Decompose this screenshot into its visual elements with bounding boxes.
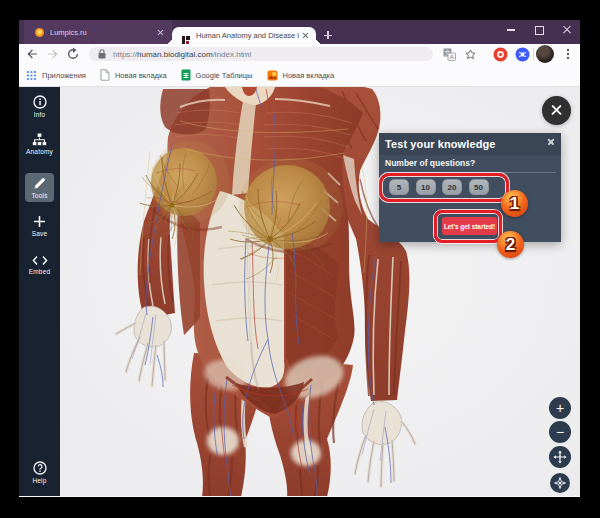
tab-title: Human Anatomy and Disease in [196, 31, 299, 40]
profile-avatar[interactable] [536, 45, 554, 63]
sidebar-item-label: Help [32, 477, 46, 484]
sidebar-item-anatomy[interactable]: Anatomy [19, 133, 60, 155]
zoom-in-button[interactable]: + [549, 397, 571, 419]
anatomy-viewport[interactable]: Test your knowledge Number of questions?… [60, 87, 580, 496]
pan-button[interactable] [549, 446, 571, 468]
anatomy-icon [32, 133, 47, 146]
pan-icon [553, 450, 567, 464]
app-sidebar: Info Anatomy Tools [19, 87, 60, 496]
bookmark-star-icon[interactable] [464, 48, 477, 61]
tab-lumpics[interactable]: Lumpics.ru [24, 20, 172, 44]
page-icon [100, 69, 110, 81]
svg-text:A: A [450, 54, 454, 60]
back-icon[interactable] [24, 46, 40, 62]
sidebar-item-help[interactable]: Help [19, 461, 60, 484]
sidebar-item-info[interactable]: Info [19, 95, 60, 118]
orange-site-icon [267, 70, 278, 81]
bookmark-sheets[interactable]: Google Таблицы [181, 67, 253, 83]
lock-icon [98, 49, 106, 59]
extension-blue-icon[interactable] [515, 47, 530, 62]
pencil-icon [33, 177, 46, 190]
browser-window: Lumpics.ru Human Anatomy and Disease in [19, 20, 580, 497]
bookmark-label: Приложения [42, 71, 86, 80]
annotation-box-2 [434, 210, 502, 243]
reload-icon[interactable] [65, 46, 81, 62]
annotation-box-1 [379, 173, 509, 202]
window-maximize-button[interactable] [525, 20, 553, 40]
sidebar-item-tools[interactable]: Tools [19, 177, 60, 199]
plus-icon [33, 215, 46, 228]
tab-biodigital[interactable]: Human Anatomy and Disease in [172, 27, 316, 44]
url-path: /index.html [213, 50, 252, 59]
bookmark-label: Новая вкладка [283, 71, 335, 80]
sidebar-item-label: Embed [29, 268, 51, 275]
new-tab-button[interactable] [321, 28, 335, 42]
zoom-out-button[interactable]: − [549, 421, 571, 443]
quiz-panel-header: Test your knowledge [379, 133, 561, 155]
bookmark-label: Новая вкладка [115, 71, 167, 80]
reset-view-icon [554, 477, 566, 489]
window-close-button[interactable] [553, 20, 581, 40]
sidebar-item-save[interactable]: Save [19, 215, 60, 237]
sidebar-item-embed[interactable]: Embed [19, 255, 60, 275]
apps-grid-icon [26, 70, 37, 81]
viewer-close-button[interactable] [542, 96, 571, 125]
menu-kebab-icon[interactable] [561, 47, 575, 61]
bookmark-newtab-2[interactable]: Новая вкладка [267, 67, 335, 83]
tab-title: Lumpics.ru [50, 28, 154, 37]
sidebar-item-label: Tools [31, 192, 47, 199]
code-icon [32, 255, 48, 266]
forward-icon[interactable] [45, 46, 61, 62]
window-minimize-button[interactable] [497, 20, 525, 40]
bookmark-label: Google Таблицы [196, 71, 253, 80]
annotation-step-1: 1 [501, 190, 528, 217]
quiz-panel-title: Test your knowledge [385, 138, 496, 150]
sidebar-item-label: Info [34, 111, 46, 118]
sidebar-item-label: Anatomy [26, 148, 53, 155]
bookmark-apps[interactable]: Приложения [26, 67, 86, 83]
lumpics-favicon [35, 28, 44, 37]
sheets-icon [181, 69, 191, 81]
info-icon [33, 95, 47, 109]
url-scheme: https:// [113, 50, 137, 59]
address-bar[interactable]: https://human.biodigital.com/index.html [89, 47, 433, 61]
annotation-step-2: 2 [497, 231, 524, 258]
bookmark-newtab-1[interactable]: Новая вкладка [100, 67, 167, 83]
quiz-panel-close-icon[interactable] [546, 137, 556, 147]
extension-red-icon[interactable] [493, 47, 508, 62]
tab-strip: Lumpics.ru Human Anatomy and Disease in [19, 20, 580, 44]
browser-toolbar: https://human.biodigital.com/index.html … [19, 44, 580, 64]
question-count-label: Number of questions? [385, 158, 475, 168]
bookmarks-bar: Приложения Новая вкладка Google Таблицы … [19, 64, 580, 87]
help-icon [33, 461, 47, 475]
reset-view-button[interactable] [550, 473, 570, 493]
url-domain: human.biodigital.com [137, 50, 213, 59]
url-text: https://human.biodigital.com/index.html [113, 50, 251, 59]
toolbar-divider [533, 48, 534, 60]
tab-close-icon[interactable] [299, 30, 311, 42]
sidebar-item-label: Save [32, 230, 48, 237]
translate-icon[interactable]: 文 A [443, 48, 456, 61]
biodigital-favicon [182, 31, 191, 40]
